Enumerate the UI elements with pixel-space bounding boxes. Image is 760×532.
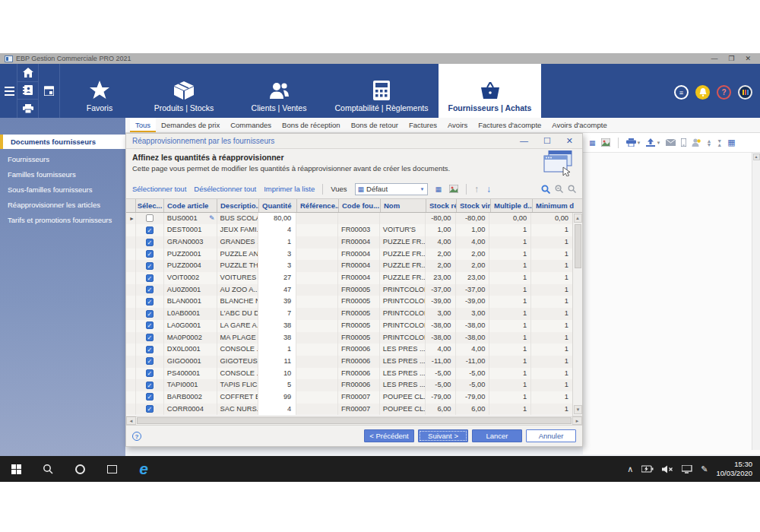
row-quantity-cell[interactable]: 1	[258, 344, 296, 356]
row-code-fournisseur-cell[interactable]: FR00006	[338, 344, 380, 356]
ribbon-tab-favoris[interactable]: Favoris	[65, 64, 135, 118]
taskbar-search-button[interactable]	[32, 456, 64, 482]
hamburger-menu-icon[interactable]	[0, 64, 17, 118]
view-settings-icon[interactable]: ▦	[589, 139, 596, 147]
row-code-cell[interactable]: PUZZ0004	[164, 260, 217, 272]
row-checkbox[interactable]: ✓	[146, 369, 154, 377]
print-list-link[interactable]: Imprimer la liste	[264, 185, 315, 193]
row-nom-cell[interactable]	[380, 213, 426, 225]
zoom-in-icon[interactable]	[568, 185, 576, 193]
row-checkbox[interactable]: ✓	[146, 321, 154, 329]
row-select-cell[interactable]: ✓	[136, 284, 164, 296]
row-code-cell[interactable]: CORR0004	[164, 404, 217, 416]
row-reference-cell[interactable]	[296, 308, 338, 320]
row-code-cell[interactable]: PS400001	[164, 368, 217, 380]
row-reference-cell[interactable]	[296, 236, 338, 249]
col-nom[interactable]: Nom	[381, 199, 426, 212]
row-quantity-cell[interactable]: 3	[258, 260, 296, 272]
row-nom-cell[interactable]: PUZZLE FR...	[380, 249, 426, 261]
row-code-fournisseur-cell[interactable]: FR00004	[338, 236, 380, 249]
row-checkbox[interactable]: ✓	[146, 310, 154, 318]
ribbon-tab-fournisseurs-achats[interactable]: Fournisseurs | Achats	[439, 64, 541, 118]
taskbar-clock[interactable]: 15:30 10/03/2020	[716, 460, 752, 478]
row-code-fournisseur-cell[interactable]: FR00007	[338, 391, 380, 404]
row-code-fournisseur-cell[interactable]: FR00004	[338, 249, 380, 261]
table-row[interactable]: ✓ AU0Z0001 AU ZOO A... 47 FR00005 PRINTC…	[126, 284, 572, 296]
tab-factures-acompte[interactable]: Factures d'acompte	[473, 118, 546, 132]
row-nom-cell[interactable]: LES PRES ...	[380, 368, 426, 380]
row-nom-cell[interactable]: LES PRES ...	[380, 356, 426, 368]
row-code-cell[interactable]: PUZZ0001	[164, 249, 217, 261]
image-icon[interactable]	[601, 138, 610, 147]
row-code-cell[interactable]: L0AB0001	[164, 308, 217, 320]
edge-button[interactable]: e	[128, 456, 160, 482]
row-nom-cell[interactable]: PUZZLE FR...	[380, 236, 426, 249]
row-quantity-cell[interactable]: 1	[258, 236, 296, 249]
table-vertical-scrollbar[interactable]: ▲ ▼	[572, 213, 582, 416]
row-description-cell[interactable]: COFFRET B...	[217, 391, 259, 404]
table-horizontal-scrollbar[interactable]: ◄ ►	[126, 416, 582, 426]
deselect-all-link[interactable]: Désélectionner tout	[194, 185, 256, 193]
tab-demandes-de-prix[interactable]: Demandes de prix	[156, 118, 225, 132]
row-code-fournisseur-cell[interactable]: FR00005	[338, 332, 380, 344]
expand-rows-icon[interactable]: ▲▼	[706, 139, 711, 147]
tray-chevron-up-icon[interactable]: ∧	[627, 464, 633, 474]
row-checkbox[interactable]: ✓	[146, 298, 154, 306]
print-icon[interactable]: ▼	[626, 138, 641, 147]
row-code-fournisseur-cell[interactable]: FR00005	[338, 284, 380, 296]
row-select-cell[interactable]	[136, 213, 164, 225]
row-description-cell[interactable]: SAC NURS...	[217, 404, 259, 416]
sidebar-item-tarifs-promotions[interactable]: Tarifs et promotions fournisseurs	[0, 213, 125, 228]
row-description-cell[interactable]: CONSOLE ...	[217, 368, 259, 380]
row-code-fournisseur-cell[interactable]: FR00006	[338, 368, 380, 380]
tab-avoirs-acompte[interactable]: Avoirs d'acompte	[546, 118, 612, 132]
row-code-fournisseur-cell[interactable]	[338, 213, 380, 225]
row-code-cell[interactable]: BLAN0001	[164, 296, 217, 308]
table-row[interactable]: ✓ L0AB0001 L'ABC DU D... 7 FR00005 PRINT…	[126, 308, 572, 320]
row-code-fournisseur-cell[interactable]: FR00004	[338, 260, 380, 272]
scroll-up-icon[interactable]: ▲	[753, 154, 760, 160]
row-description-cell[interactable]: VOITURES ...	[217, 272, 259, 284]
col-select[interactable]: Sélec...	[136, 199, 164, 212]
row-reference-cell[interactable]	[296, 404, 338, 416]
row-quantity-cell[interactable]: 3	[258, 249, 296, 261]
sidebar-item-documents-fournisseurs[interactable]: Documents fournisseurs	[0, 135, 125, 149]
row-code-cell[interactable]: AU0Z0001	[164, 284, 217, 296]
row-code-fournisseur-cell[interactable]: FR00004	[338, 272, 380, 284]
columns-grid-icon[interactable]: ▦	[727, 138, 735, 147]
app-maximize-button[interactable]: ❐	[728, 53, 734, 64]
sidebar-item-sous-familles-fournisseurs[interactable]: Sous-familles fournisseurs	[0, 182, 125, 198]
cancel-button[interactable]: Annuler	[526, 429, 576, 442]
row-checkbox[interactable]: ✓	[146, 274, 154, 282]
table-row[interactable]: ✓ PUZZ0004 PUZZLE TH... 3 FR00004 PUZZLE…	[126, 260, 572, 272]
table-row[interactable]: ✓ TAPI0001 TAPIS FLIC... 5 FR00006 LES P…	[126, 379, 572, 391]
row-nom-cell[interactable]: PRINTCOLOR	[380, 284, 426, 296]
row-checkbox[interactable]: ✓	[146, 393, 154, 401]
row-quantity-cell[interactable]: 7	[258, 308, 296, 320]
row-description-cell[interactable]: JEUX FAMI...	[217, 224, 259, 236]
row-reference-cell[interactable]	[296, 344, 338, 356]
table-row[interactable]: ► BUS0001✎ BUS SCOLA... 80,00 -80,00 -80…	[126, 213, 572, 225]
row-code-fournisseur-cell[interactable]: FR00005	[338, 320, 380, 332]
row-reference-cell[interactable]	[296, 296, 338, 308]
table-row[interactable]: ✓ PUZZ0001 PUZZLE AN... 3 FR00004 PUZZLE…	[126, 249, 572, 261]
col-minimum[interactable]: Minimum d...	[533, 199, 574, 212]
col-stock-reel[interactable]: Stock réel	[426, 199, 457, 212]
app-close-button[interactable]: ✕	[745, 53, 751, 64]
battery-icon[interactable]	[641, 465, 654, 473]
row-reference-cell[interactable]	[296, 320, 338, 332]
row-nom-cell[interactable]: LES PRES ...	[380, 379, 426, 391]
pen-icon[interactable]: ✎	[701, 464, 708, 474]
scroll-thumb[interactable]	[575, 224, 581, 268]
row-code-fournisseur-cell[interactable]: FR00003	[338, 224, 380, 236]
views-dropdown[interactable]: ▦ Défaut ▼	[355, 183, 428, 195]
row-reference-cell[interactable]	[296, 356, 338, 368]
zoom-out-icon[interactable]	[555, 185, 563, 193]
row-code-fournisseur-cell[interactable]: FR00007	[338, 404, 380, 416]
col-stock-virtuel[interactable]: Stock virt...	[457, 199, 491, 212]
table-row[interactable]: ✓ LA0G0001 LA GARE A... 38 FR00005 PRINT…	[126, 320, 572, 332]
calendar-button[interactable]	[39, 82, 59, 100]
tab-commandes[interactable]: Commandes	[225, 118, 277, 132]
row-code-cell[interactable]: BARB0002	[164, 391, 217, 404]
row-reference-cell[interactable]	[296, 368, 338, 380]
